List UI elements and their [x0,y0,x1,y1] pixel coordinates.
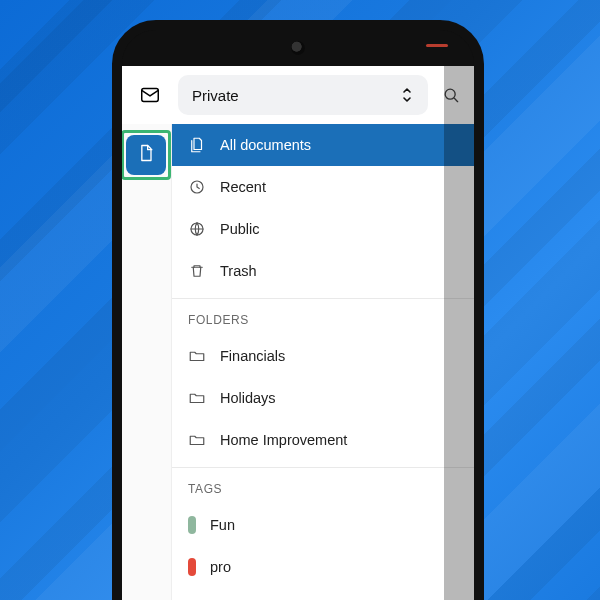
workspace-selector-label: Private [192,87,239,104]
svg-rect-0 [142,89,159,102]
folder-icon [188,389,206,407]
folder-item[interactable]: Holidays [172,377,474,419]
nav-all-documents[interactable]: All documents [172,124,474,166]
side-rail [122,124,172,600]
tag-item[interactable]: Fun [172,504,474,546]
phone-frame: Private [112,20,484,600]
workspace-selector[interactable]: Private [178,75,428,115]
drawer-panel: All documents Recent Public [172,124,474,600]
notification-led [426,44,448,47]
folder-icon [188,431,206,449]
navigation-drawer: All documents Recent Public [122,124,474,600]
folder-item[interactable]: Financials [172,335,474,377]
folder-label: Financials [220,348,285,364]
nav-item-label: Trash [220,263,257,279]
tag-item[interactable]: pro [172,546,474,588]
folders-section-label: FOLDERS [172,298,474,335]
trash-icon [188,262,206,280]
front-camera [291,41,305,55]
tag-label: Fun [210,517,235,533]
documents-stack-icon [188,136,206,154]
app-screen: Private [122,66,474,600]
tag-label: pro [210,559,231,575]
folder-icon [188,347,206,365]
nav-trash[interactable]: Trash [172,250,474,292]
nav-item-label: Public [220,221,260,237]
chevron-up-down-icon [400,86,414,104]
folder-label: Home Improvement [220,432,347,448]
tags-section-label: TAGS [172,467,474,504]
nav-item-label: All documents [220,137,311,153]
clock-icon [188,178,206,196]
drawer-topbar: Private [122,66,474,124]
folder-item[interactable]: Home Improvement [172,419,474,461]
drawer-scrim[interactable] [444,66,474,600]
mail-icon[interactable] [130,84,170,106]
globe-icon [188,220,206,238]
wallpaper: Private [0,0,600,600]
folder-label: Holidays [220,390,276,406]
tag-color-swatch [188,516,196,534]
documents-rail-button[interactable] [126,135,166,175]
nav-public[interactable]: Public [172,208,474,250]
nav-item-label: Recent [220,179,266,195]
tag-color-swatch [188,558,196,576]
phone-notch [122,30,474,66]
tutorial-highlight [122,130,171,180]
nav-recent[interactable]: Recent [172,166,474,208]
document-icon [136,143,156,167]
